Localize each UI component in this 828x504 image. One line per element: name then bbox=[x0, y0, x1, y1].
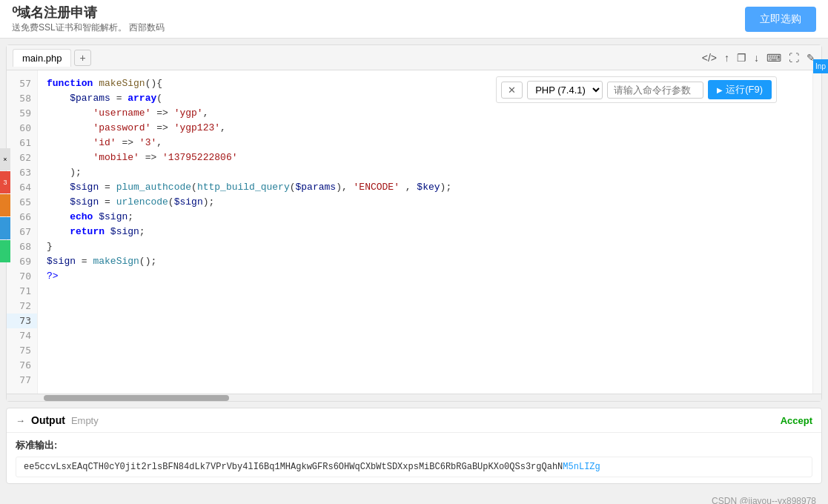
line-number-64: 64 bbox=[7, 180, 37, 195]
line-number-60: 60 bbox=[7, 121, 37, 136]
line-number-72: 72 bbox=[7, 299, 37, 314]
attribution: CSDN @jiayou--yx898978 bbox=[0, 490, 828, 504]
output-section: 标准输出: ee5ccvLsxEAqCTH0cY0jit2rlsBFN84dLk… bbox=[7, 433, 821, 483]
add-tab-button[interactable]: + bbox=[74, 50, 90, 66]
output-title: → Output Empty bbox=[16, 414, 99, 426]
line-number-58: 58 bbox=[7, 91, 37, 106]
code-line-62[interactable]: 'id' => '3', bbox=[47, 136, 804, 150]
line-number-69: 69 bbox=[7, 254, 37, 269]
run-button[interactable]: 运行(F9) bbox=[708, 80, 772, 99]
line-number-74: 74 bbox=[7, 328, 37, 343]
line-number-62: 62 bbox=[7, 150, 37, 165]
code-line-70[interactable]: return $sign; bbox=[47, 225, 804, 239]
line-numbers: 5758596061626364656667686970717273747576… bbox=[7, 70, 38, 394]
output-header: → Output Empty Accept bbox=[7, 408, 821, 433]
cta-button[interactable]: 立即选购 bbox=[745, 7, 816, 32]
line-number-61: 61 bbox=[7, 136, 37, 150]
code-icon[interactable]: </> bbox=[702, 52, 717, 64]
code-line-63[interactable]: 'mobile' => '13795222806' bbox=[47, 150, 804, 165]
run-toolbar: ✕ PHP (7.4.1) 运行(F9) bbox=[496, 76, 777, 103]
horizontal-scroll[interactable] bbox=[7, 394, 821, 401]
line-number-65: 65 bbox=[7, 195, 37, 210]
fullscreen-icon[interactable]: ⛶ bbox=[789, 52, 799, 64]
tab-bar-right: </> ↑ ❐ ↓ ⌨ ⛶ ✎ bbox=[702, 52, 815, 64]
stdout-prefix: ee5ccvLsxEAqCTH0cY0jit2rlsBFN84dLk7VPrVb… bbox=[24, 462, 563, 472]
left-ind-orange[interactable] bbox=[0, 194, 10, 216]
code-line-66[interactable]: $sign = plum_authcode(http_build_query($… bbox=[47, 180, 804, 195]
line-number-67: 67 bbox=[7, 225, 37, 239]
line-number-70: 70 bbox=[7, 269, 37, 284]
code-line-60[interactable]: 'username' => 'ygp', bbox=[47, 106, 804, 121]
line-number-57: 57 bbox=[7, 76, 37, 91]
banner-subtitle: 送免费SSL证书和智能解析。 西部数码 bbox=[12, 21, 165, 34]
right-side-indicators: Inp bbox=[813, 59, 828, 73]
line-number-63: 63 bbox=[7, 165, 37, 180]
output-area: → Output Empty Accept 标准输出: ee5ccvLsxEAq… bbox=[6, 408, 822, 484]
editor-container: main.php + </> ↑ ❐ ↓ ⌨ ⛶ ✎ 5758596061626… bbox=[6, 44, 822, 402]
cmd-input[interactable] bbox=[607, 82, 703, 99]
line-number-77: 77 bbox=[7, 373, 37, 388]
upload-icon[interactable]: ↑ bbox=[724, 52, 729, 64]
close-toolbar-button[interactable]: ✕ bbox=[501, 82, 523, 99]
code-line-77[interactable]: ?> bbox=[47, 269, 804, 284]
code-line-67[interactable]: $sign = urlencode($sign); bbox=[47, 195, 804, 210]
line-number-75: 75 bbox=[7, 343, 37, 358]
left-ind-green[interactable] bbox=[0, 240, 10, 262]
code-line-64[interactable]: ); bbox=[47, 165, 804, 180]
top-banner: ⁰域名注册申请 送免费SSL证书和智能解析。 西部数码 立即选购 bbox=[0, 0, 828, 39]
left-ind-blue[interactable] bbox=[0, 217, 10, 239]
code-line-68[interactable]: echo $sign; bbox=[47, 210, 804, 225]
tab-bar-left: main.php + bbox=[13, 49, 91, 67]
scrollbar[interactable] bbox=[812, 70, 821, 394]
line-number-66: 66 bbox=[7, 210, 37, 225]
stdout-value: ee5ccvLsxEAqCTH0cY0jit2rlsBFN84dLk7VPrVb… bbox=[16, 457, 812, 477]
tab-bar: main.php + </> ↑ ❐ ↓ ⌨ ⛶ ✎ bbox=[7, 45, 821, 70]
right-ind-inp[interactable]: Inp bbox=[813, 59, 828, 73]
editor-area: 5758596061626364656667686970717273747576… bbox=[7, 70, 821, 394]
accept-button[interactable]: Accept bbox=[781, 415, 812, 426]
code-line-73[interactable]: $sign = makeSign(); bbox=[47, 254, 804, 269]
stdout-label: 标准输出: bbox=[16, 439, 812, 452]
output-empty-label: Empty bbox=[71, 415, 99, 426]
left-ind-3[interactable]: 3 bbox=[0, 171, 10, 193]
tab-main-php[interactable]: main.php bbox=[13, 49, 71, 67]
stdout-highlight: M5nLIZg bbox=[563, 462, 600, 472]
banner-left: ⁰域名注册申请 送免费SSL证书和智能解析。 西部数码 bbox=[12, 4, 165, 34]
left-side-indicators: × 3 bbox=[0, 148, 10, 262]
line-number-76: 76 bbox=[7, 358, 37, 373]
code-content[interactable]: function makeSign(){ $params = array( 'u… bbox=[38, 70, 812, 394]
code-line-72[interactable]: } bbox=[47, 239, 804, 254]
download-icon[interactable]: ↓ bbox=[754, 52, 759, 64]
scroll-thumb[interactable] bbox=[44, 395, 229, 401]
left-ind-x[interactable]: × bbox=[0, 148, 10, 170]
output-title-label: Output bbox=[31, 414, 65, 426]
copy-icon[interactable]: ❐ bbox=[737, 52, 746, 64]
line-number-59: 59 bbox=[7, 106, 37, 121]
php-version-select[interactable]: PHP (7.4.1) bbox=[527, 81, 603, 99]
output-icon: → bbox=[16, 415, 25, 426]
keyboard-icon[interactable]: ⌨ bbox=[766, 52, 781, 64]
banner-title: ⁰域名注册申请 bbox=[12, 4, 165, 21]
line-number-68: 68 bbox=[7, 239, 37, 254]
line-number-73: 73 bbox=[7, 314, 37, 328]
code-line-61[interactable]: 'password' => 'ygp123', bbox=[47, 121, 804, 136]
line-number-71: 71 bbox=[7, 284, 37, 299]
